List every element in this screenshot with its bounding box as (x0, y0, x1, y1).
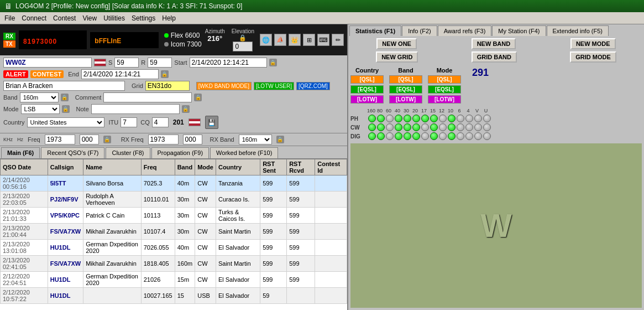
menu-connect[interactable]: Connect (22, 14, 46, 22)
table-row[interactable]: 2/13/2020 02:41:05FS/VA7XWMikhail Zavaru… (1, 256, 347, 272)
qso-table-container[interactable]: QSO Date Callsign Name Freq Band Mode Co… (0, 159, 347, 310)
grid-icon[interactable]: ⊞ (303, 34, 315, 46)
stats-tab-my-station[interactable]: My Station (F4) (492, 25, 546, 36)
stats-tab-award-refs[interactable]: Award refs (F3) (438, 25, 492, 36)
freq-digits: 81973000 (23, 38, 57, 45)
btn-new-band[interactable]: NEW BAND (472, 38, 516, 49)
tab-recent[interactable]: Recent QSO's (F7) (41, 147, 104, 158)
col-mode: Mode (195, 159, 216, 175)
grid-input[interactable] (145, 81, 190, 91)
menu-contest[interactable]: Contest (53, 14, 76, 22)
menu-view[interactable]: View (82, 14, 97, 22)
tab-cluster[interactable]: Cluster (F8) (106, 147, 150, 158)
stats-tab-info[interactable]: Info (F2) (402, 25, 437, 36)
table-cell: 599 (287, 224, 315, 240)
keyboard-icon[interactable]: ⌨ (317, 34, 329, 46)
rx-band-lock-icon[interactable]: 🔒 (276, 136, 284, 143)
btn-new-mode[interactable]: NEW MODE (570, 38, 616, 49)
band-lock-icon[interactable]: 🔒 (61, 94, 69, 101)
band-num-60: 60 (385, 108, 392, 113)
save-disk-icon[interactable]: 💾 (205, 116, 218, 129)
rx-band-select[interactable]: 160m 80m (239, 135, 272, 144)
radio1-item: Flex 6600 (164, 32, 202, 39)
stats-tab-extended[interactable]: Extended info (F5) (547, 25, 609, 36)
btn-grid-band[interactable]: GRID BAND (472, 51, 517, 63)
band-dots-grid: 160 80 60 40 30 20 17 15 12 10 6 4 V U (350, 108, 642, 141)
table-row[interactable]: 2/12/2020 10:57:22HU1DL10027.16515USBEl … (1, 288, 347, 304)
table-cell: VP5/K0PC (48, 208, 83, 224)
elevation-input[interactable] (233, 42, 253, 51)
note-lock-icon[interactable]: 🔒 (182, 105, 190, 113)
start-lock-icon[interactable]: 🔒 (269, 59, 277, 66)
btn-new-one[interactable]: NEW ONE (376, 38, 417, 49)
table-row[interactable]: 2/13/2020 13:01:08HU1DLGerman Dxpedition… (1, 240, 347, 256)
table-cell: El Salvador (216, 272, 260, 288)
table-cell: Mikhail Zavarukhin (83, 224, 142, 240)
mode-header: Mode (437, 67, 453, 74)
start-date-input[interactable] (190, 58, 267, 68)
table-cell: 599 (260, 224, 287, 240)
note-input[interactable] (91, 104, 180, 114)
band-col: Band [QSL] [EQSL] [LOTW] (389, 67, 422, 104)
name-input[interactable] (3, 81, 125, 91)
band-header: Band (398, 67, 413, 74)
rx-freq-input[interactable] (148, 135, 179, 144)
table-cell: 30m (175, 224, 195, 240)
comment-lock-icon[interactable]: 🔒 (194, 94, 202, 101)
stats-tab-statistics[interactable]: Statistics (F1) (349, 25, 401, 36)
antenna-icon[interactable]: ⛵ (274, 34, 286, 46)
btn-new-grid[interactable]: NEW GRID (376, 51, 418, 63)
table-row[interactable]: 2/14/2020 00:56:165I5TTSilvano Borsa7025… (1, 175, 347, 192)
table-row[interactable]: 2/13/2020 22:03:05PJ2/NF9VRudolph A Verh… (1, 192, 347, 208)
globe-icon[interactable]: 🌐 (260, 34, 272, 46)
freq-main-display[interactable]: 81973000 (19, 30, 87, 49)
comment-input[interactable] (103, 92, 192, 102)
cw-dot-6 (457, 123, 464, 131)
band-num-15: 15 (429, 108, 437, 113)
wkd-band-mode-badge: [WKD BAND MODE] (196, 82, 252, 90)
freq-main-input[interactable] (45, 135, 75, 144)
rst-r-input[interactable] (148, 58, 172, 68)
end-date-input[interactable] (81, 69, 159, 79)
table-cell (315, 288, 347, 304)
callsign-input[interactable] (3, 58, 92, 68)
pencil-icon[interactable]: ✏ (332, 34, 344, 46)
rx-freq-sub-input[interactable] (183, 135, 202, 144)
num-display: 201 (173, 118, 184, 126)
table-row[interactable]: 2/13/2020 21:00:44FS/VA7XWMikhail Zavaru… (1, 224, 347, 240)
menu-utilities[interactable]: Utilities (103, 14, 125, 22)
table-cell: 2/14/2020 00:56:16 (1, 175, 48, 192)
cw-dot-10 (448, 123, 455, 131)
band-num-6: 6 (455, 108, 463, 113)
person-icon[interactable]: 👑 (289, 34, 301, 46)
table-cell: 15m (175, 272, 195, 288)
freq-sub-input[interactable] (80, 135, 99, 144)
itu-input[interactable] (121, 117, 137, 127)
ph-dot-v (474, 115, 482, 122)
mode-lock-icon[interactable]: 🔒 (62, 105, 70, 113)
rst-s-input[interactable] (114, 58, 139, 68)
tab-main[interactable]: Main (F6) (1, 147, 40, 158)
menubar: File Connect Contest View Utilities Sett… (0, 12, 644, 24)
cq-input[interactable] (152, 117, 169, 127)
band-select[interactable]: 160m 80m 40m 30m 20m 15m (20, 92, 59, 102)
menu-file[interactable]: File (4, 14, 15, 22)
tab-propagation[interactable]: Propagation (F9) (151, 147, 210, 158)
end-lock-icon[interactable]: 🔒 (161, 70, 169, 78)
cbm-section: Country [QSL] [EQSL] [LOTW] Band [QSL] [… (350, 67, 642, 104)
ph-dot-10 (448, 115, 455, 122)
menu-help[interactable]: Help (162, 14, 176, 22)
freq-lock-icon[interactable]: 🔒 (103, 136, 111, 143)
table-row[interactable]: 2/12/2020 22:04:51HU1DLGerman Dxpedition… (1, 272, 347, 288)
table-cell: CW (195, 192, 216, 208)
mode-select[interactable]: LSB USB CW FM (21, 104, 60, 114)
tab-worked-before[interactable]: Worked before (F10) (210, 147, 278, 158)
ph-dot-160 (368, 115, 376, 122)
table-cell: 30m (175, 192, 195, 208)
btn-grid-mode[interactable]: GRID MODE (570, 51, 616, 63)
menu-settings[interactable]: Settings (132, 14, 155, 22)
table-cell: 10107.4 (141, 224, 175, 240)
ph-dot-15 (430, 115, 438, 122)
country-select[interactable]: United States (27, 117, 104, 127)
table-row[interactable]: 2/13/2020 21:01:33VP5/K0PCPatrick C Cain… (1, 208, 347, 224)
